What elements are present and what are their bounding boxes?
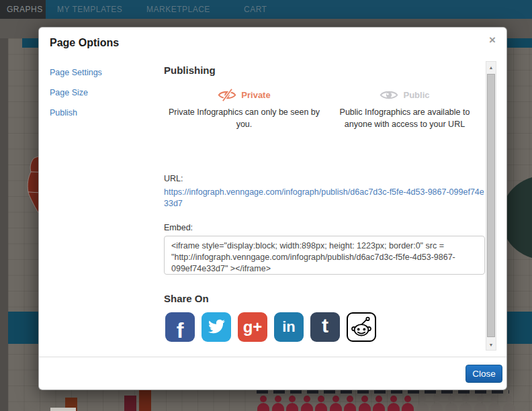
google-plus-icon: g+	[243, 318, 263, 336]
person-icon	[301, 396, 313, 411]
publishing-heading: Publishing	[164, 64, 216, 76]
person-icon	[388, 396, 400, 411]
person-icon	[488, 396, 500, 411]
footer-divider	[39, 357, 506, 357]
private-option[interactable]: Private Private Infographics can only be…	[164, 88, 324, 130]
share-linkedin-button[interactable]: in	[274, 312, 304, 342]
private-description: Private Infographics can only be seen by…	[164, 106, 324, 130]
person-icon	[373, 396, 385, 411]
share-on-heading: Share On	[164, 293, 209, 304]
top-navigation-bar: GRAPHS MY TEMPLATES MARKETPLACE CART	[0, 0, 532, 19]
person-icon	[286, 396, 298, 411]
bar-chart-bar	[139, 390, 151, 411]
nav-tab-cart[interactable]: CART	[244, 5, 267, 14]
editor-left-gutter	[0, 19, 8, 411]
sidebar-item-page-settings[interactable]: Page Settings	[50, 68, 102, 77]
publish-panel: Publishing Private Private Infographics …	[164, 61, 485, 349]
nav-tab-marketplace[interactable]: MARKETPLACE	[146, 5, 210, 14]
linkedin-icon: in	[282, 318, 296, 336]
person-icon	[330, 396, 342, 411]
clipped-infographic-text	[257, 390, 509, 394]
url-label: URL:	[164, 174, 183, 183]
bar-label-sliver	[50, 408, 76, 411]
twitter-icon	[207, 319, 226, 335]
share-reddit-button[interactable]	[347, 312, 376, 342]
person-icon	[272, 396, 284, 411]
person-icon	[344, 396, 356, 411]
scrollbar-thumb[interactable]	[487, 74, 495, 337]
tumblr-icon: t	[322, 314, 328, 337]
eye-icon	[380, 89, 398, 101]
share-buttons-row: f g+ in t	[165, 312, 376, 342]
person-icon	[474, 396, 486, 411]
bar-chart-bar	[124, 396, 136, 411]
person-icon	[257, 396, 269, 411]
nav-tab-my-templates[interactable]: MY TEMPLATES	[57, 5, 122, 14]
public-option[interactable]: Public Public Infographics are available…	[324, 88, 485, 130]
embed-label: Embed:	[164, 223, 193, 232]
eye-slash-icon	[218, 89, 236, 101]
embed-code-box[interactable]: <iframe style="display:block; width:898p…	[164, 236, 485, 275]
sidebar-item-page-size[interactable]: Page Size	[50, 88, 88, 97]
close-icon[interactable]: ×	[489, 34, 496, 46]
share-facebook-button[interactable]: f	[165, 312, 195, 342]
person-icon	[431, 396, 443, 411]
people-pictograph-row	[257, 396, 526, 411]
dialog-scrollbar[interactable]: ▲ ▼	[486, 61, 496, 351]
person-icon	[359, 396, 371, 411]
person-icon	[503, 396, 515, 411]
nav-tab-graphs[interactable]: GRAPHS	[7, 5, 43, 14]
public-label: Public	[403, 90, 429, 100]
dialog-title: Page Options	[50, 37, 119, 49]
public-description: Public Infographics are available to any…	[324, 106, 485, 130]
reddit-icon	[349, 314, 374, 340]
person-icon	[445, 396, 457, 411]
page-options-dialog: Page Options × Page Settings Page Size P…	[38, 27, 507, 390]
sidebar-item-publish[interactable]: Publish	[50, 108, 77, 118]
person-icon	[402, 396, 414, 411]
person-icon	[315, 396, 327, 411]
publish-url-link[interactable]: https://infograph.venngage.com/infograph…	[164, 187, 485, 210]
share-tumblr-button[interactable]: t	[310, 312, 340, 342]
person-icon	[416, 396, 429, 411]
share-twitter-button[interactable]	[202, 312, 231, 342]
facebook-icon: f	[177, 318, 184, 342]
private-label: Private	[241, 90, 270, 100]
scroll-up-arrow[interactable]: ▲	[486, 62, 496, 73]
close-button[interactable]: Close	[466, 365, 502, 383]
scroll-down-arrow[interactable]: ▼	[486, 339, 496, 350]
share-google-plus-button[interactable]: g+	[238, 312, 267, 342]
privacy-options: Private Private Infographics can only be…	[164, 88, 485, 130]
person-icon	[459, 396, 472, 411]
